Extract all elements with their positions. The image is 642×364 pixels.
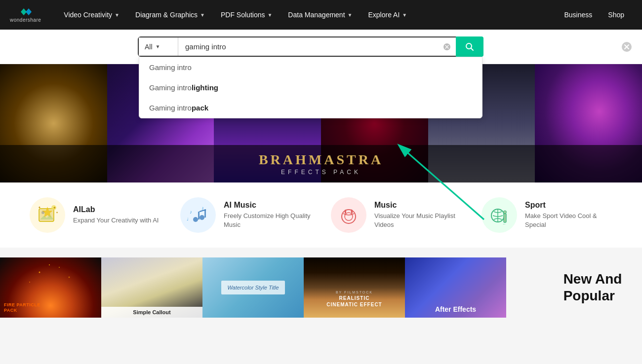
new-and-popular: New And Popular <box>543 257 642 318</box>
suggestion-item-0[interactable]: Gaming intro <box>139 57 482 77</box>
category-music-desc: Visualize Your Music Playlist Videos <box>374 212 462 229</box>
nav-right: Business Shop <box>556 0 632 30</box>
svg-rect-14 <box>198 212 200 219</box>
category-ai-music-info: AI Music Freely Customize High Quality M… <box>224 201 311 229</box>
svg-point-31 <box>29 282 30 283</box>
category-music-name: Music <box>374 201 462 210</box>
clear-search-button[interactable] <box>438 37 456 56</box>
logo-text: wondershare <box>10 17 41 23</box>
hero-overlay: BRAHMASTRA EFFECTS PACK <box>0 145 642 182</box>
svg-point-33 <box>49 264 50 265</box>
category-sport-info: Sport Make Sport Video Cool & Special <box>525 201 612 229</box>
navbar: wondershare Video Creativity ▼ Diagram &… <box>0 0 642 30</box>
chevron-down-icon: ▼ <box>348 12 353 18</box>
svg-text:✦: ✦ <box>53 206 56 210</box>
nav-item-video-creativity[interactable]: Video Creativity ▼ <box>56 0 127 30</box>
close-search-button[interactable] <box>621 41 632 52</box>
simple-callout-label: Simple Callout <box>101 307 202 318</box>
hero-subtitle: EFFECTS PACK <box>0 169 642 176</box>
category-ailab-desc: Expand Your Creativity with AI <box>73 216 159 225</box>
category-music-info: Music Visualize Your Music Playlist Vide… <box>374 201 462 229</box>
svg-text:♩: ♩ <box>187 217 189 221</box>
thumbnail-simple-callout[interactable]: Simple Callout <box>101 257 202 318</box>
search-input[interactable] <box>178 37 438 56</box>
svg-point-27 <box>504 211 507 214</box>
chevron-down-icon: ▼ <box>200 12 205 18</box>
svg-point-19 <box>342 210 356 223</box>
nav-item-pdf-solutions[interactable]: PDF Solutions ▼ <box>213 0 280 30</box>
thumbnail-after-effects[interactable]: After Effects <box>405 257 506 318</box>
chevron-down-icon: ▼ <box>156 44 160 49</box>
category-sport[interactable]: ‥ Sport Make Sport Video Cool & Special <box>482 197 612 233</box>
thumbnail-watercolor-title[interactable]: Watercolor Style Title <box>202 257 304 318</box>
svg-point-29 <box>39 272 40 273</box>
bottom-section: FIRE PARTICLEPACK Simple Callout Waterco… <box>0 248 642 318</box>
svg-rect-15 <box>204 210 206 218</box>
suggestion-item-1[interactable]: Gaming introlighting <box>139 77 482 98</box>
suggestion-item-2[interactable]: Gaming intropack <box>139 98 482 118</box>
nav-item-shop[interactable]: Shop <box>600 0 632 30</box>
ailab-icon: ✦ ✦ ✦ <box>30 197 65 233</box>
chevron-down-icon: ▼ <box>115 12 120 18</box>
svg-rect-21 <box>345 210 346 214</box>
chevron-down-icon: ▼ <box>267 12 272 18</box>
svg-text:♪: ♪ <box>201 205 204 211</box>
search-bar: All ▼ Gaming intro <box>138 36 483 57</box>
search-button[interactable] <box>456 36 483 57</box>
svg-text:✦: ✦ <box>56 211 58 214</box>
category-ai-music-name: AI Music <box>224 201 311 210</box>
svg-text:♪: ♪ <box>350 208 353 213</box>
nav-item-diagram-graphics[interactable]: Diagram & Graphics ▼ <box>127 0 213 30</box>
svg-point-30 <box>59 267 60 268</box>
search-container: All ▼ Gaming intro <box>0 30 642 64</box>
cinematic-label: REALISTICCINEMATIC EFFECT <box>304 295 405 308</box>
chevron-down-icon: ▼ <box>402 12 407 18</box>
svg-point-12 <box>193 217 198 222</box>
category-sport-name: Sport <box>525 201 612 210</box>
search-suggestions: Gaming intro Gaming introlighting Gaming… <box>139 57 482 118</box>
watercolor-title-label: Watercolor Style Title <box>227 285 279 291</box>
music-icon: ♪ <box>331 197 366 233</box>
search-category-dropdown[interactable]: All ▼ <box>139 37 178 56</box>
ai-music-icon: ♪ ♪ ♩ <box>180 197 216 233</box>
logo[interactable]: wondershare <box>10 7 41 23</box>
svg-text:✦: ✦ <box>38 206 41 209</box>
category-ailab[interactable]: ✦ ✦ ✦ AILab Expand Your Creativity with … <box>30 197 160 233</box>
svg-text:♪: ♪ <box>190 209 192 215</box>
category-ai-music[interactable]: ♪ ♪ ♩ AI Music Freely Customize High Qua… <box>180 197 311 233</box>
svg-point-20 <box>345 213 353 220</box>
sport-icon: ‥ <box>482 197 517 233</box>
hero-title: BRAHMASTRA <box>0 152 642 168</box>
category-ailab-info: AILab Expand Your Creativity with AI <box>73 205 159 225</box>
svg-point-32 <box>69 277 70 278</box>
svg-point-7 <box>41 211 44 214</box>
nav-item-business[interactable]: Business <box>556 0 600 30</box>
category-music[interactable]: ♪ Music Visualize Your Music Playlist Vi… <box>331 197 462 233</box>
thumbnails-row: FIRE PARTICLEPACK Simple Callout Waterco… <box>0 257 543 318</box>
svg-text:‥: ‥ <box>503 221 505 225</box>
thumbnail-cinematic-effect[interactable]: BY FILMSTOCK REALISTICCINEMATIC EFFECT <box>304 257 405 318</box>
nav-item-explore-ai[interactable]: Explore AI ▼ <box>360 0 415 30</box>
nav-item-data-management[interactable]: Data Management ▼ <box>280 0 360 30</box>
nav-items: Video Creativity ▼ Diagram & Graphics ▼ … <box>56 0 556 30</box>
svg-point-13 <box>200 215 204 220</box>
category-sport-desc: Make Sport Video Cool & Special <box>525 212 612 229</box>
after-effects-label: After Effects <box>409 305 502 314</box>
thumbnail-fire-particle[interactable]: FIRE PARTICLEPACK <box>0 257 101 318</box>
cinematic-top-label: BY FILMSTOCK <box>304 291 405 294</box>
category-ailab-name: AILab <box>73 205 159 214</box>
categories-section: ✦ ✦ ✦ AILab Expand Your Creativity with … <box>0 182 642 248</box>
category-ai-music-desc: Freely Customize High Quality Music <box>224 212 311 229</box>
